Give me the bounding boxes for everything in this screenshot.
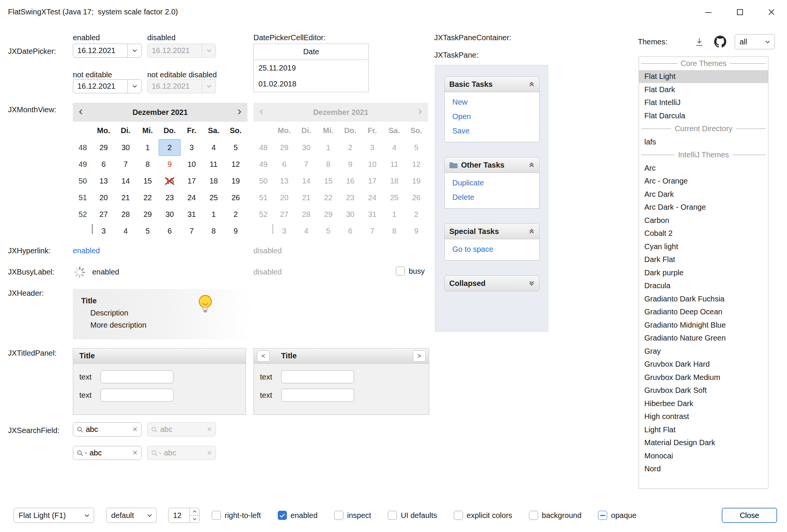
checkbox-right-to-left[interactable]: right-to-left bbox=[212, 511, 261, 520]
calendar-day[interactable]: 5 bbox=[225, 139, 247, 156]
theme-list-item[interactable]: Flat Light bbox=[639, 70, 768, 83]
taskpane-link[interactable]: Open bbox=[452, 112, 539, 121]
theme-list-item[interactable]: Arc bbox=[639, 162, 768, 175]
calendar-day[interactable]: 3 bbox=[181, 139, 203, 156]
taskpane-link[interactable]: Save bbox=[452, 127, 539, 135]
calendar-day[interactable]: 16 bbox=[159, 173, 181, 189]
github-icon[interactable] bbox=[714, 36, 726, 50]
theme-list-item[interactable]: Light Flat bbox=[639, 423, 768, 436]
checkbox-background[interactable]: background bbox=[529, 511, 582, 520]
calendar-day[interactable]: 2 bbox=[159, 139, 181, 156]
theme-list-item[interactable]: Dark Flat bbox=[639, 253, 768, 267]
calendar-day[interactable]: 22 bbox=[137, 189, 159, 206]
calendar-day[interactable]: 11 bbox=[203, 156, 225, 173]
theme-list-item[interactable]: Gradianto Dark Fuchsia bbox=[639, 292, 768, 306]
clear-icon[interactable]: ✕ bbox=[132, 449, 138, 457]
checkbox-box[interactable] bbox=[454, 511, 463, 520]
taskpane-header[interactable]: Basic Tasks bbox=[444, 76, 540, 92]
theme-filter-combo[interactable]: all bbox=[735, 34, 775, 49]
font-size-value[interactable]: 12 bbox=[168, 511, 189, 520]
theme-list-item[interactable]: Arc Dark bbox=[639, 188, 768, 201]
theme-list-item[interactable]: Gruvbox Dark Hard bbox=[639, 358, 768, 371]
calendar-day[interactable]: 8 bbox=[203, 223, 225, 239]
theme-list-item[interactable]: Arc Dark - Orange bbox=[639, 201, 768, 214]
table-row[interactable]: 25.11.2019 bbox=[254, 60, 368, 76]
theme-list-item[interactable]: Flat Darcula bbox=[639, 109, 768, 122]
theme-list-item[interactable]: Gradianto Nature Green bbox=[639, 332, 768, 345]
checkbox-busy[interactable]: busy bbox=[396, 267, 425, 276]
theme-list-item[interactable]: Dark purple bbox=[639, 266, 768, 279]
theme-list-item[interactable]: Gruvbox Dark Medium bbox=[639, 371, 768, 384]
close-window-button[interactable] bbox=[756, 0, 787, 24]
checkbox-box[interactable] bbox=[529, 511, 538, 520]
search-input[interactable] bbox=[90, 449, 130, 457]
panel-next-button[interactable]: > bbox=[413, 350, 426, 362]
spinner-down-button[interactable] bbox=[190, 515, 199, 523]
table-row[interactable]: 01.02.2018 bbox=[254, 76, 368, 92]
theme-list-item[interactable]: Material Design Dark bbox=[639, 436, 768, 450]
theme-list-item[interactable]: Gray bbox=[639, 345, 768, 358]
taskpane-link[interactable]: Delete bbox=[452, 193, 539, 202]
taskpane-link[interactable]: Duplicate bbox=[452, 179, 539, 187]
theme-list-item[interactable]: Gradianto Midnight Blue bbox=[639, 319, 768, 332]
calendar-day[interactable]: 30 bbox=[159, 206, 181, 223]
calendar-day[interactable]: 23 bbox=[159, 189, 181, 206]
checkbox-box[interactable] bbox=[388, 511, 397, 520]
calendar-day[interactable]: 17 bbox=[181, 173, 203, 189]
text-field[interactable] bbox=[281, 370, 354, 383]
datepicker-not-editable[interactable]: 16.12.2021 bbox=[73, 79, 142, 93]
calendar-day[interactable]: 28 bbox=[115, 206, 137, 223]
calendar-day[interactable]: 10 bbox=[181, 156, 203, 173]
theme-list-item[interactable]: Cyan light bbox=[639, 240, 768, 253]
calendar-day[interactable]: 27 bbox=[93, 206, 115, 223]
calendar-day[interactable]: 6 bbox=[159, 223, 181, 239]
checkbox-box[interactable] bbox=[598, 511, 607, 520]
calendar-day[interactable]: 7 bbox=[115, 156, 137, 173]
calendar-day[interactable]: 19 bbox=[225, 173, 247, 189]
theme-list-item[interactable]: Cobalt 2 bbox=[639, 227, 768, 240]
calendar-day[interactable]: 20 bbox=[93, 189, 115, 206]
text-field[interactable] bbox=[281, 389, 354, 402]
calendar-day[interactable]: 6 bbox=[93, 156, 115, 173]
calendar-day[interactable]: 2 bbox=[225, 206, 247, 223]
hyperlink-enabled[interactable]: enabled bbox=[73, 246, 100, 255]
theme-list[interactable]: Core ThemesFlat LightFlat DarkFlat Intel… bbox=[639, 56, 768, 489]
checkbox-opaque[interactable]: opaque bbox=[598, 511, 636, 520]
calendar-day[interactable]: 24 bbox=[181, 189, 203, 206]
clear-icon[interactable]: ✕ bbox=[132, 425, 138, 433]
taskpane-header[interactable]: Collapsed bbox=[444, 275, 540, 291]
calendar-day[interactable]: 1 bbox=[137, 139, 159, 156]
taskpane-header[interactable]: Special Tasks bbox=[444, 223, 540, 239]
calendar-day[interactable]: 29 bbox=[137, 206, 159, 223]
theme-list-item[interactable]: Flat Dark bbox=[639, 83, 768, 96]
theme-list-item[interactable]: Gruvbox Dark Soft bbox=[639, 384, 768, 397]
checkbox-box[interactable] bbox=[396, 267, 405, 276]
theme-list-item[interactable]: Flat IntelliJ bbox=[639, 96, 768, 110]
calendar-day[interactable]: 18 bbox=[203, 173, 225, 189]
theme-list-item[interactable]: Carbon bbox=[639, 214, 768, 227]
panel-prev-button[interactable]: < bbox=[257, 350, 270, 362]
calendar-day[interactable]: 31 bbox=[181, 206, 203, 223]
font-size-spinner[interactable]: 12 bbox=[168, 508, 200, 523]
calendar-day[interactable]: 29 bbox=[93, 139, 115, 156]
calendar-dropdown-button[interactable] bbox=[127, 44, 141, 57]
calendar-day[interactable]: 12 bbox=[225, 156, 247, 173]
calendar-day[interactable]: 3 bbox=[93, 223, 115, 239]
theme-list-item[interactable]: Monocai bbox=[639, 449, 768, 463]
date-table[interactable]: Date 25.11.201901.02.2018 bbox=[253, 44, 369, 92]
datepicker-value[interactable]: 16.12.2021 bbox=[73, 46, 127, 55]
font-combo[interactable]: default bbox=[106, 508, 157, 523]
spinner-up-button[interactable] bbox=[190, 508, 199, 515]
calendar-day[interactable]: 13 bbox=[93, 173, 115, 189]
theme-list-item[interactable]: lafs bbox=[639, 135, 768, 149]
close-button[interactable]: Close bbox=[722, 508, 777, 523]
next-month-button[interactable] bbox=[238, 108, 241, 117]
maximize-button[interactable] bbox=[724, 0, 756, 24]
taskpane-header[interactable]: Other Tasks bbox=[444, 157, 540, 173]
calendar-day[interactable]: 4 bbox=[115, 223, 137, 239]
checkbox-box[interactable] bbox=[278, 511, 287, 520]
checkbox-explicit-colors[interactable]: explicit colors bbox=[454, 511, 512, 520]
calendar-day[interactable]: 8 bbox=[137, 156, 159, 173]
minimize-button[interactable] bbox=[693, 0, 724, 24]
taskpane-link[interactable]: Go to space bbox=[452, 245, 539, 254]
